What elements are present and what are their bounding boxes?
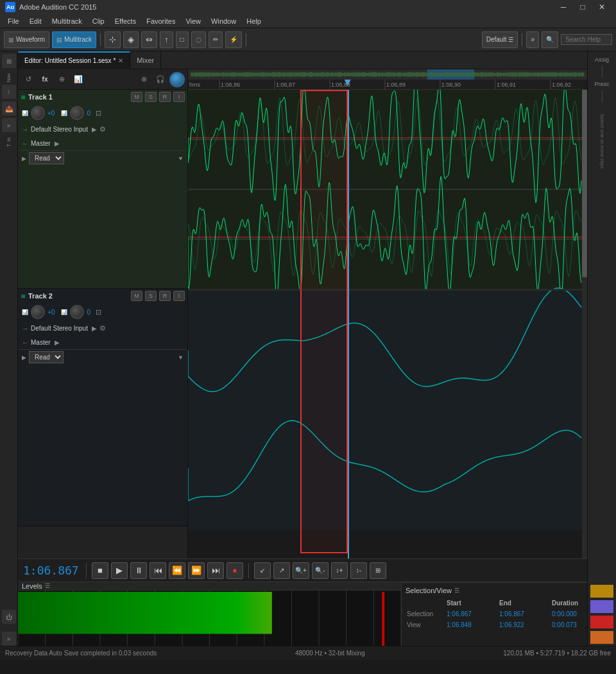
monitor-icon[interactable] (169, 72, 185, 87)
zoom-in-amp-button[interactable]: ↕+ (331, 562, 348, 579)
menu-edit[interactable]: Edit (24, 14, 47, 28)
track-1-volume-value[interactable]: +0 (47, 110, 55, 117)
maximize-button[interactable]: □ (574, 0, 592, 14)
menu-view[interactable]: View (180, 14, 206, 28)
track-2-input-expand[interactable]: ▶ (92, 325, 97, 332)
minimize-button[interactable]: ─ (554, 0, 572, 14)
menu-help[interactable]: Help (241, 14, 266, 28)
tool-rect[interactable]: □ (176, 31, 189, 48)
track-2-automation-select[interactable]: Read Write (29, 351, 64, 363)
track-2-pan-knob[interactable] (70, 305, 84, 319)
track-1-input-settings[interactable]: ⚙ (99, 125, 106, 134)
menu-favorites[interactable]: Favorites (141, 14, 180, 28)
sel-view-end[interactable]: 1:06.922 (498, 620, 549, 630)
search-icon-btn[interactable]: 🔍 (542, 31, 558, 48)
track-2-s-button[interactable]: S (145, 291, 157, 301)
track-2-r-button[interactable]: R (159, 291, 171, 301)
zoom-out-time-button[interactable]: 🔍- (312, 562, 329, 579)
track-2-m-button[interactable]: M (131, 291, 142, 301)
track-tool-add[interactable]: ⊕ (54, 72, 69, 87)
tool-pencil[interactable]: ✏ (209, 31, 223, 48)
levels-menu-icon[interactable]: ☰ (45, 583, 50, 589)
track-2-output-expand[interactable]: ▶ (55, 339, 60, 346)
play-button[interactable]: ▶ (111, 562, 128, 579)
waveform-scroll[interactable] (188, 90, 587, 558)
menu-multitrack[interactable]: Multitrack (47, 14, 87, 28)
color-swatch-purple[interactable] (590, 600, 613, 613)
menu-window[interactable]: Window (206, 14, 241, 28)
track-2-collapse-icon[interactable]: ▼ (178, 354, 184, 361)
color-swatch-red[interactable] (590, 616, 613, 628)
zoom-in-time-button[interactable]: 🔍+ (293, 562, 309, 579)
left-panel-expand2[interactable]: » (2, 632, 16, 646)
color-swatch-gold[interactable] (590, 585, 613, 598)
track-1-volume-knob[interactable] (31, 106, 45, 120)
track-2-volume-knob[interactable] (31, 305, 45, 319)
prev-button[interactable]: ⏮ (150, 562, 166, 579)
pause-button[interactable]: ⏸ (130, 562, 147, 579)
menu-file[interactable]: File (3, 14, 24, 28)
left-panel-icon2[interactable]: 📤 (2, 101, 16, 116)
track-tool-undo[interactable]: ↺ (21, 72, 36, 87)
close-button[interactable]: ✕ (593, 0, 611, 14)
toolbar-more[interactable]: » (526, 31, 539, 48)
color-swatch-orange[interactable] (590, 631, 613, 644)
track-tool-headphones[interactable]: 🎧 (153, 72, 168, 87)
tool-select[interactable]: ◈ (123, 31, 139, 48)
tool-lasso[interactable]: ◌ (191, 31, 206, 48)
tool-razor[interactable]: ⚡ (225, 31, 242, 48)
menu-clip[interactable]: Clip (87, 14, 110, 28)
track-tool-fx[interactable]: fx (37, 72, 53, 87)
editor-tab-close[interactable]: ✕ (118, 57, 123, 64)
track-1-r-button[interactable]: R (159, 92, 171, 102)
fastforward-button[interactable]: ⏩ (188, 562, 205, 579)
sel-selection-duration[interactable]: 0:00.000 (551, 609, 587, 619)
track-1-pan-knob[interactable] (70, 106, 84, 120)
track-tool-meter[interactable]: 📊 (71, 72, 86, 87)
left-panel-icon1[interactable]: ↑ (2, 85, 16, 99)
track-2-pan-value[interactable]: 0 (87, 309, 90, 316)
track-1-automation-select[interactable]: Read Write Latch (29, 152, 64, 164)
sel-selection-start[interactable]: 1:06.867 (445, 609, 497, 619)
zoom-fit-button[interactable]: ⊞ (370, 562, 386, 579)
vertical-scrollbar[interactable] (582, 90, 587, 558)
track-1-output-expand[interactable]: ▶ (55, 140, 60, 147)
multitrack-mode-button[interactable]: ▤ Multitrack (52, 31, 96, 48)
search-input[interactable] (561, 34, 612, 45)
track-1-m-button[interactable]: M (131, 92, 142, 102)
rewind-button[interactable]: ⏪ (169, 562, 185, 579)
tool-stretch[interactable]: ⇔ (141, 31, 157, 48)
editor-tab-session[interactable]: Editor: Untitled Session 1.sesx * ✕ (18, 51, 130, 69)
track-1-pan-value[interactable]: 0 (87, 110, 90, 117)
left-panel-nav[interactable]: ⊞ (2, 54, 16, 68)
track-1-i-button[interactable]: I (173, 92, 185, 102)
sel-view-start[interactable]: 1:06.848 (445, 620, 497, 630)
editor-tab-mixer[interactable]: Mixer (130, 51, 161, 69)
track-1-s-button[interactable]: S (145, 92, 157, 102)
track-1-expand-icon[interactable]: ▶ (22, 155, 26, 162)
record-button[interactable]: ● (227, 562, 243, 579)
scrollbar-thumb[interactable] (582, 90, 587, 277)
track-2-expand-icon[interactable]: ▶ (22, 354, 26, 361)
stop-button[interactable]: ■ (92, 562, 108, 579)
next-button[interactable]: ⏭ (207, 562, 224, 579)
zoom-out-amp-button[interactable]: ↕- (350, 562, 367, 579)
sel-view-duration[interactable]: 0:00.073 (551, 620, 587, 630)
menu-effects[interactable]: Effects (110, 14, 141, 28)
preset-dropdown[interactable]: Default ☰ (482, 31, 518, 48)
track-2-volume-value[interactable]: +0 (47, 309, 55, 316)
track-2-i-button[interactable]: I (173, 291, 185, 301)
sel-selection-end[interactable]: 1:06.867 (498, 609, 549, 619)
selection-menu-icon[interactable]: ☰ (454, 587, 459, 594)
left-panel-expand[interactable]: » (2, 118, 16, 132)
loop-in-button[interactable]: ↙ (254, 562, 271, 579)
loop-out-button[interactable]: ↗ (273, 562, 290, 579)
waveform-mode-button[interactable]: ▦ Waveform (4, 31, 49, 48)
tool-cursor[interactable]: ↑ (160, 31, 173, 48)
track-1-input-expand[interactable]: ▶ (92, 126, 97, 133)
track-tool-options1[interactable]: ⊗ (136, 72, 151, 87)
power-icon[interactable]: ⏻ (2, 610, 16, 624)
tool-move[interactable]: ⊹ (105, 31, 121, 48)
track-1-collapse-icon[interactable]: ▼ (178, 155, 184, 162)
track-2-input-settings[interactable]: ⚙ (99, 324, 106, 333)
